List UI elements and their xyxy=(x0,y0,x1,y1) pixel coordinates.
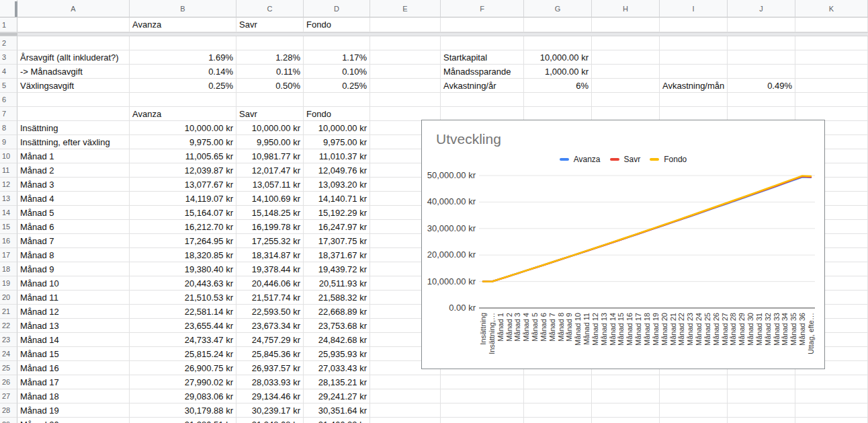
cell-J3[interactable] xyxy=(728,50,795,65)
cell-B7[interactable]: Avanza xyxy=(130,107,236,121)
cell-H7[interactable] xyxy=(592,107,660,121)
row-header-27[interactable]: 27 xyxy=(0,389,17,403)
cell-C3[interactable]: 1.28% xyxy=(236,50,304,65)
cell-J26[interactable] xyxy=(728,375,795,389)
row-header-13[interactable]: 13 xyxy=(0,192,17,206)
cell-A8[interactable]: Insättning xyxy=(17,121,130,135)
cell-K3[interactable] xyxy=(795,50,868,65)
cell-I7[interactable] xyxy=(660,107,728,121)
cell-C27[interactable]: 29,134.46 kr xyxy=(236,389,304,403)
cell-A28[interactable]: Månad 19 xyxy=(17,403,130,418)
row-header-23[interactable]: 23 xyxy=(0,333,17,347)
cell-H3[interactable] xyxy=(592,50,660,65)
cell-J7[interactable] xyxy=(728,107,795,121)
cell-B19[interactable]: 20,443.63 kr xyxy=(130,276,236,291)
column-header-J[interactable]: J xyxy=(728,0,795,17)
cell-F7[interactable] xyxy=(441,107,524,121)
cell-B5[interactable]: 0.25% xyxy=(130,79,236,93)
cell-H4[interactable] xyxy=(592,65,660,79)
cell-A23[interactable]: Månad 14 xyxy=(17,333,130,347)
cell-A18[interactable]: Månad 9 xyxy=(17,262,130,276)
cell-J4[interactable] xyxy=(728,65,795,79)
column-header-F[interactable]: F xyxy=(441,0,524,17)
cell-G3[interactable]: 10,000.00 kr xyxy=(524,50,592,65)
row-header-5[interactable]: 5 xyxy=(0,79,17,93)
cell-D6[interactable] xyxy=(304,93,370,107)
cell-B13[interactable]: 14,119.07 kr xyxy=(130,192,236,206)
cell-C10[interactable]: 10,981.77 kr xyxy=(236,149,304,163)
cell-C17[interactable]: 18,314.87 kr xyxy=(236,248,304,262)
cell-B23[interactable]: 24,733.47 kr xyxy=(130,333,236,347)
cell-A26[interactable]: Månad 17 xyxy=(17,375,130,389)
cell-C1[interactable]: Savr xyxy=(236,17,304,32)
cell-C19[interactable]: 20,446.06 kr xyxy=(236,276,304,291)
cell-H27[interactable] xyxy=(592,389,660,403)
row-header-4[interactable]: 4 xyxy=(0,65,17,79)
cell-K6[interactable] xyxy=(795,93,868,107)
cell-D12[interactable]: 13,093.20 kr xyxy=(304,178,370,192)
row-header-1[interactable]: 1 xyxy=(0,17,17,32)
cell-D29[interactable]: 31,466.33 kr xyxy=(304,418,370,423)
cell-A9[interactable]: Insättning, efter växling xyxy=(17,135,130,149)
cell-C23[interactable]: 24,757.29 kr xyxy=(236,333,304,347)
row-header-26[interactable]: 26 xyxy=(0,375,17,389)
cell-G26[interactable] xyxy=(524,375,592,389)
cell-B9[interactable]: 9,975.00 kr xyxy=(130,135,236,149)
cell-D14[interactable]: 15,192.29 kr xyxy=(304,206,370,220)
cell-B22[interactable]: 23,655.44 kr xyxy=(130,319,236,333)
cell-C6[interactable] xyxy=(236,93,304,107)
cell-F2[interactable] xyxy=(441,36,524,50)
cell-D10[interactable]: 11,010.37 kr xyxy=(304,149,370,163)
row-header-16[interactable]: 16 xyxy=(0,234,17,248)
column-header-C[interactable]: C xyxy=(236,0,304,17)
cell-H29[interactable] xyxy=(592,418,660,423)
cell-E6[interactable] xyxy=(370,93,441,107)
cell-E28[interactable] xyxy=(370,403,441,418)
cell-B2[interactable] xyxy=(130,36,236,50)
cell-A25[interactable]: Månad 16 xyxy=(17,361,130,375)
cell-F5[interactable]: Avkastning/år xyxy=(441,79,524,93)
row-header-14[interactable]: 14 xyxy=(0,206,17,220)
cell-A20[interactable]: Månad 11 xyxy=(17,291,130,305)
row-header-29[interactable]: 29 xyxy=(0,418,17,423)
cell-H1[interactable] xyxy=(592,17,660,32)
cell-A14[interactable]: Månad 5 xyxy=(17,206,130,220)
row-header-2[interactable]: 2 xyxy=(0,36,17,50)
cell-K26[interactable] xyxy=(795,375,868,389)
cell-J27[interactable] xyxy=(728,389,795,403)
cell-F3[interactable]: Startkapital xyxy=(441,50,524,65)
cell-C2[interactable] xyxy=(236,36,304,50)
cell-D11[interactable]: 12,049.76 kr xyxy=(304,163,370,178)
cell-E27[interactable] xyxy=(370,389,441,403)
cell-A17[interactable]: Månad 8 xyxy=(17,248,130,262)
cell-D13[interactable]: 14,140.71 kr xyxy=(304,192,370,206)
cell-E29[interactable] xyxy=(370,418,441,423)
column-header-D[interactable]: D xyxy=(304,0,370,17)
cell-C18[interactable]: 19,378.44 kr xyxy=(236,262,304,276)
cell-G5[interactable]: 6% xyxy=(524,79,592,93)
cell-K5[interactable] xyxy=(795,79,868,93)
column-header-E[interactable]: E xyxy=(370,0,441,17)
cell-C20[interactable]: 21,517.74 kr xyxy=(236,291,304,305)
cell-B1[interactable]: Avanza xyxy=(130,17,236,32)
row-header-28[interactable]: 28 xyxy=(0,403,17,418)
cell-A4[interactable]: -> Månadsavgift xyxy=(17,65,130,79)
cell-I3[interactable] xyxy=(660,50,728,65)
cell-I28[interactable] xyxy=(660,403,728,418)
cell-I29[interactable] xyxy=(660,418,728,423)
column-header-I[interactable]: I xyxy=(660,0,728,17)
cell-F29[interactable] xyxy=(441,418,524,423)
cell-D20[interactable]: 21,588.32 kr xyxy=(304,291,370,305)
cell-E7[interactable] xyxy=(370,107,441,121)
cell-K1[interactable] xyxy=(795,17,868,32)
cell-D24[interactable]: 25,935.93 kr xyxy=(304,347,370,361)
cell-G7[interactable] xyxy=(524,107,592,121)
cell-C26[interactable]: 28,033.93 kr xyxy=(236,375,304,389)
cell-A13[interactable]: Månad 4 xyxy=(17,192,130,206)
cell-D18[interactable]: 19,439.72 kr xyxy=(304,262,370,276)
cell-A19[interactable]: Månad 10 xyxy=(17,276,130,291)
cell-B8[interactable]: 10,000.00 kr xyxy=(130,121,236,135)
cell-B26[interactable]: 27,990.02 kr xyxy=(130,375,236,389)
row-header-7[interactable]: 7 xyxy=(0,107,17,121)
cell-F27[interactable] xyxy=(441,389,524,403)
